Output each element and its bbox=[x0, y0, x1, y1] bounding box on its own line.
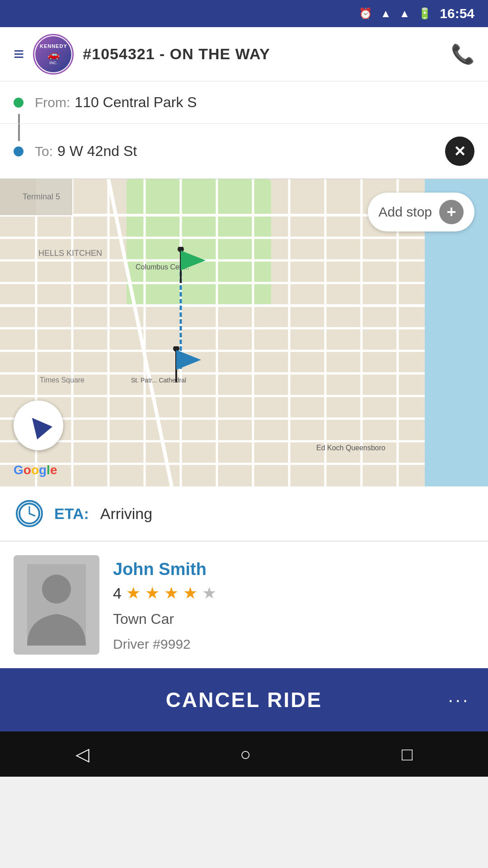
clear-icon: ✕ bbox=[454, 144, 466, 159]
svg-point-46 bbox=[42, 575, 71, 604]
phone-icon[interactable]: 📞 bbox=[451, 43, 474, 65]
svg-line-44 bbox=[29, 514, 35, 516]
recent-apps-button[interactable]: □ bbox=[402, 744, 413, 764]
star-5: ★ bbox=[202, 584, 216, 603]
pickup-marker bbox=[176, 247, 208, 285]
eta-value: Arriving bbox=[100, 505, 152, 523]
battery-icon: 🔋 bbox=[418, 7, 432, 20]
driver-number: Driver #9992 bbox=[113, 637, 474, 652]
from-label: From: bbox=[35, 95, 70, 110]
driver-section: John Smith 4 ★ ★ ★ ★ ★ Town Car Driver #… bbox=[0, 542, 488, 668]
back-button[interactable]: ◁ bbox=[75, 744, 89, 764]
svg-marker-38 bbox=[181, 250, 206, 270]
eta-section: ETA: Arriving bbox=[0, 486, 488, 542]
home-icon: ○ bbox=[240, 744, 251, 764]
map-view: Terminal 5 HELLS KITCHEN Times Square Co… bbox=[0, 179, 488, 486]
svg-text:Terminal 5: Terminal 5 bbox=[23, 192, 60, 201]
to-dot bbox=[14, 146, 23, 156]
from-address: 110 Central Park S bbox=[75, 94, 197, 111]
home-button[interactable]: ○ bbox=[240, 744, 251, 764]
destination-marker bbox=[172, 346, 203, 384]
cancel-ride-button[interactable]: CANCEL RIDE ··· bbox=[0, 668, 488, 731]
from-row: From: 110 Central Park S bbox=[0, 81, 488, 124]
add-stop-button[interactable]: Add stop + bbox=[368, 193, 474, 231]
app-logo: KENNEDY 🚗 INC. bbox=[33, 34, 74, 75]
from-dot bbox=[14, 98, 23, 108]
cancel-ride-label: CANCEL RIDE bbox=[166, 688, 323, 712]
add-stop-label: Add stop bbox=[379, 204, 432, 220]
driver-info: John Smith 4 ★ ★ ★ ★ ★ Town Car Driver #… bbox=[113, 555, 474, 652]
star-1: ★ bbox=[126, 584, 141, 603]
star-2: ★ bbox=[145, 584, 160, 603]
driver-name: John Smith bbox=[113, 560, 474, 579]
to-row: To: 9 W 42nd St ✕ bbox=[0, 124, 488, 179]
alarm-icon: ⏰ bbox=[359, 7, 372, 20]
svg-text:Ed Koch Queensboro: Ed Koch Queensboro bbox=[316, 444, 385, 452]
ride-status-title: #1054321 - ON THE WAY bbox=[83, 45, 451, 63]
driver-rating: 4 ★ ★ ★ ★ ★ bbox=[113, 584, 474, 603]
wifi-icon: ▲ bbox=[380, 7, 391, 20]
star-4: ★ bbox=[183, 584, 197, 603]
my-location-button[interactable] bbox=[14, 401, 63, 450]
signal-icon: ▲ bbox=[399, 7, 410, 20]
location-arrow-icon bbox=[24, 411, 52, 439]
svg-marker-41 bbox=[176, 350, 201, 370]
svg-text:Times Square: Times Square bbox=[40, 376, 84, 384]
logo-car-icon: 🚗 bbox=[47, 49, 60, 61]
svg-text:HELLS KITCHEN: HELLS KITCHEN bbox=[38, 249, 102, 258]
more-options-dots[interactable]: ··· bbox=[448, 690, 470, 710]
status-time: 16:54 bbox=[440, 6, 474, 21]
status-bar: ⏰ ▲ ▲ 🔋 16:54 bbox=[0, 0, 488, 27]
logo-text-bottom: INC. bbox=[49, 61, 57, 65]
app-header: ≡ KENNEDY 🚗 INC. #1054321 - ON THE WAY 📞 bbox=[0, 27, 488, 81]
google-logo: Google bbox=[14, 463, 57, 477]
menu-icon[interactable]: ≡ bbox=[14, 44, 24, 64]
star-3: ★ bbox=[164, 584, 178, 603]
recent-icon: □ bbox=[402, 744, 413, 764]
add-stop-icon: + bbox=[439, 200, 464, 224]
to-label: To: bbox=[35, 144, 53, 159]
svg-rect-1 bbox=[127, 179, 271, 306]
clear-destination-button[interactable]: ✕ bbox=[445, 137, 474, 166]
back-icon: ◁ bbox=[75, 744, 89, 764]
eta-label: ETA: bbox=[54, 505, 89, 523]
logo-text-top: KENNEDY bbox=[40, 43, 67, 49]
driver-vehicle: Town Car bbox=[113, 611, 474, 627]
eta-clock-icon bbox=[16, 500, 43, 527]
to-address: 9 W 42nd St bbox=[57, 143, 137, 160]
bottom-navigation: ◁ ○ □ bbox=[0, 731, 488, 777]
route-panel: From: 110 Central Park S To: 9 W 42nd St… bbox=[0, 81, 488, 179]
driver-avatar bbox=[14, 555, 99, 655]
rating-number: 4 bbox=[113, 585, 122, 602]
